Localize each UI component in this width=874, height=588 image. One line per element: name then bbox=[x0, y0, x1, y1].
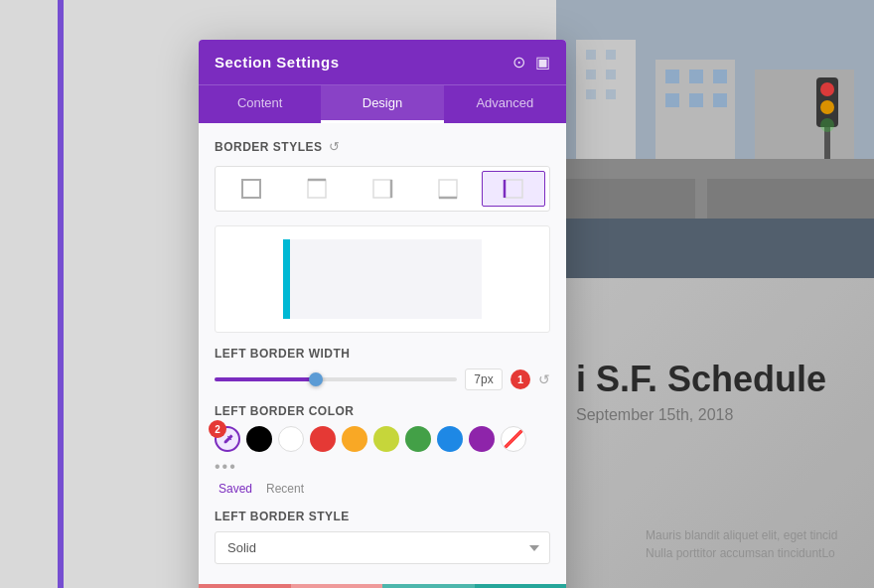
color-black[interactable] bbox=[246, 426, 272, 452]
border-preview bbox=[215, 225, 550, 333]
saved-recent-row: Saved Recent bbox=[218, 482, 550, 496]
border-styles-reset-icon[interactable]: ↺ bbox=[329, 139, 340, 154]
settings-panel: Section Settings ⊙ ▣ Content Design Adva… bbox=[199, 40, 566, 588]
left-border-width-section: Left Border Width 7px 1 ↺ bbox=[215, 347, 550, 390]
color-yellow-green[interactable] bbox=[373, 426, 399, 452]
border-style-label: Left Border Style bbox=[215, 510, 550, 523]
slider-row: 7px 1 ↺ bbox=[215, 368, 550, 390]
border-bottom-button[interactable] bbox=[416, 171, 480, 207]
redo-button[interactable]: ↻ bbox=[382, 584, 475, 588]
border-preview-inner bbox=[283, 239, 482, 319]
border-styles-section: Border Styles ↺ bbox=[215, 139, 550, 154]
save-button[interactable]: ✓ bbox=[475, 584, 567, 588]
settings-icon[interactable]: ⊙ bbox=[512, 55, 525, 71]
panel-header: Section Settings ⊙ ▣ bbox=[199, 40, 566, 84]
slider-thumb[interactable] bbox=[309, 372, 323, 386]
recent-link[interactable]: Recent bbox=[266, 482, 304, 496]
panel-toolbar: ✕ ↺ ↻ ✓ bbox=[199, 584, 566, 588]
badge-1: 1 bbox=[510, 369, 530, 389]
color-green[interactable] bbox=[405, 426, 431, 452]
color-swatch-row: 2 ••• bbox=[215, 426, 550, 476]
border-all-button[interactable] bbox=[219, 171, 283, 207]
color-red[interactable] bbox=[310, 426, 336, 452]
cancel-button[interactable]: ✕ bbox=[199, 584, 291, 588]
left-border-color-section: Left Border Color 2 bbox=[215, 404, 550, 496]
border-top-button[interactable] bbox=[285, 171, 349, 207]
slider-fill bbox=[215, 377, 316, 381]
saved-link[interactable]: Saved bbox=[218, 482, 252, 496]
svg-rect-30 bbox=[439, 180, 457, 198]
svg-rect-25 bbox=[242, 180, 260, 198]
panel-title: Section Settings bbox=[215, 54, 340, 71]
border-icon-group bbox=[215, 166, 550, 212]
more-colors-button[interactable]: ••• bbox=[215, 458, 235, 476]
tab-design[interactable]: Design bbox=[321, 85, 443, 123]
color-white[interactable] bbox=[278, 426, 304, 452]
color-blue[interactable] bbox=[437, 426, 463, 452]
border-styles-label: Border Styles bbox=[215, 140, 323, 154]
width-reset-icon[interactable]: ↺ bbox=[538, 371, 550, 387]
color-orange[interactable] bbox=[342, 426, 367, 452]
border-color-label: Left Border Color bbox=[215, 404, 550, 418]
border-style-select[interactable]: Solid Dashed Dotted Double Groove Ridge … bbox=[215, 531, 550, 564]
slider-value[interactable]: 7px bbox=[465, 368, 503, 390]
slider-track[interactable] bbox=[215, 377, 457, 381]
panel-content: Border Styles ↺ bbox=[199, 123, 566, 584]
border-left-button[interactable] bbox=[482, 171, 545, 207]
tab-advanced[interactable]: Advanced bbox=[444, 85, 566, 123]
color-purple[interactable] bbox=[469, 426, 495, 452]
panel-tabs: Content Design Advanced bbox=[199, 84, 566, 123]
border-right-button[interactable] bbox=[351, 171, 414, 207]
badge-2: 2 bbox=[209, 420, 226, 438]
color-transparent[interactable] bbox=[501, 426, 526, 452]
undo-button[interactable]: ↺ bbox=[291, 584, 383, 588]
header-icons: ⊙ ▣ bbox=[512, 55, 550, 71]
left-border-style-section: Left Border Style Solid Dashed Dotted Do… bbox=[215, 510, 550, 564]
svg-rect-26 bbox=[308, 180, 326, 198]
border-width-label: Left Border Width bbox=[215, 347, 550, 361]
svg-rect-32 bbox=[505, 180, 522, 198]
resize-icon[interactable]: ▣ bbox=[535, 55, 550, 71]
svg-rect-28 bbox=[373, 180, 391, 198]
tab-content[interactable]: Content bbox=[199, 85, 321, 123]
